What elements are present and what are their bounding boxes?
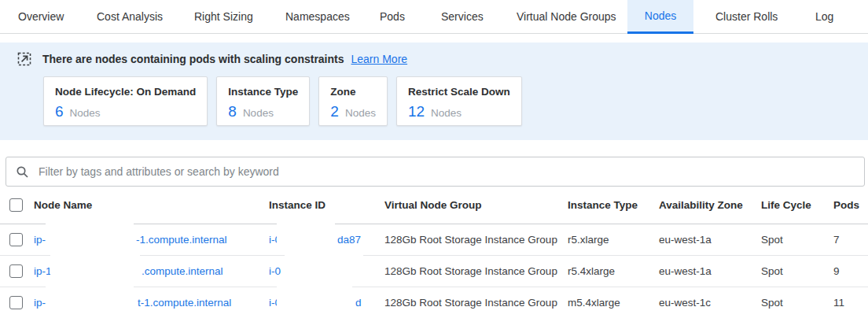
redaction-box [277, 284, 352, 311]
tab-namespaces[interactable]: Namespaces [285, 0, 350, 34]
card-unit: Nodes [70, 107, 101, 119]
virtual-node-group-cell: 128Gb Root Storage Instance Group [384, 256, 557, 287]
search-icon [16, 165, 29, 179]
instance-id-link[interactable]: i-0 [269, 256, 281, 287]
node-name-link[interactable]: .compute.internal [142, 256, 223, 287]
tab-cost-analysis[interactable]: Cost Analysis [97, 0, 163, 34]
life-cycle-cell: Spot [761, 256, 783, 287]
card-title: Instance Type [228, 86, 298, 98]
tab-virtual-node-groups[interactable]: Virtual Node Groups [517, 0, 616, 34]
select-all-checkbox[interactable] [9, 198, 23, 212]
scale-constraint-icon [17, 52, 31, 66]
tab-pods[interactable]: Pods [380, 0, 405, 34]
redaction-box [46, 284, 134, 311]
tab-nodes[interactable]: Nodes [627, 0, 693, 34]
node-name-link[interactable]: ip-1 [34, 256, 52, 287]
tab-log[interactable]: Log [815, 0, 833, 34]
card-instance-type[interactable]: Instance Type 8 Nodes [216, 76, 310, 126]
col-virtual-node-group[interactable]: Virtual Node Group [384, 187, 482, 224]
col-node-name[interactable]: Node Name [34, 187, 92, 224]
scaling-constraints-banner: There are nodes containing pods with sca… [0, 43, 868, 140]
life-cycle-cell: Spot [761, 287, 783, 318]
learn-more-link[interactable]: Learn More [351, 53, 408, 65]
instance-type-cell: r5.xlarge [568, 224, 609, 256]
card-unit: Nodes [243, 107, 274, 119]
row-checkbox[interactable] [9, 233, 23, 246]
availability-zone-cell: eu-west-1a [659, 256, 712, 287]
card-unit: Nodes [431, 107, 462, 119]
tab-overview[interactable]: Overview [18, 0, 64, 34]
pods-cell: 11 [833, 287, 844, 318]
col-life-cycle[interactable]: Life Cycle [761, 187, 811, 224]
virtual-node-group-cell: 128Gb Root Storage Instance Group [384, 224, 557, 256]
row-checkbox[interactable] [9, 296, 23, 309]
col-instance-type[interactable]: Instance Type [568, 187, 638, 224]
card-title: Restrict Scale Down [408, 86, 510, 98]
col-pods[interactable]: Pods [833, 187, 859, 224]
card-zone[interactable]: Zone 2 Nodes [318, 76, 388, 126]
tab-bar: Overview Cost Analysis Right Sizing Name… [0, 0, 868, 34]
filter-input[interactable] [37, 165, 855, 179]
life-cycle-cell: Spot [761, 224, 783, 256]
card-count: 8 [228, 103, 237, 120]
filter-bar [6, 157, 865, 187]
table-header: Node Name Instance ID Virtual Node Group… [0, 187, 868, 224]
card-restrict-scale-down[interactable]: Restrict Scale Down 12 Nodes [396, 76, 522, 126]
table-row: ip- -1.compute.internal i-0 da87 128Gb R… [0, 224, 868, 256]
card-node-lifecycle[interactable]: Node Lifecycle: On Demand 6 Nodes [43, 76, 208, 126]
card-count: 6 [55, 103, 64, 120]
constraint-cards: Node Lifecycle: On Demand 6 Nodes Instan… [43, 76, 522, 126]
instance-id-link[interactable]: da87 [337, 224, 361, 256]
card-title: Node Lifecycle: On Demand [55, 86, 196, 98]
row-checkbox[interactable] [9, 264, 23, 278]
tab-services[interactable]: Services [441, 0, 484, 34]
col-instance-id[interactable]: Instance ID [269, 187, 326, 224]
node-name-link[interactable]: ip- [34, 224, 46, 256]
pods-cell: 9 [833, 256, 840, 287]
redaction-box [50, 253, 140, 279]
banner-header: There are nodes containing pods with sca… [17, 52, 407, 66]
node-name-link[interactable]: t-1.compute.internal [138, 287, 231, 318]
card-count: 12 [408, 103, 425, 120]
instance-type-cell: m5.4xlarge [568, 287, 620, 318]
card-unit: Nodes [345, 107, 376, 119]
availability-zone-cell: eu-west-1a [659, 224, 712, 256]
instance-id-link[interactable]: d [355, 287, 362, 318]
node-name-link[interactable]: ip- [34, 287, 46, 318]
redaction-box [277, 221, 335, 248]
availability-zone-cell: eu-west-1c [659, 287, 711, 318]
table-row: ip- t-1.compute.internal i-0 d 128Gb Roo… [0, 287, 868, 318]
instance-type-cell: r5.4xlarge [568, 256, 615, 287]
tab-right-sizing[interactable]: Right Sizing [194, 0, 253, 34]
node-name-link[interactable]: -1.compute.internal [136, 224, 227, 256]
banner-message: There are nodes containing pods with sca… [42, 53, 344, 65]
card-count: 2 [330, 103, 339, 120]
table-row: ip-1 .compute.internal i-0 128Gb Root St… [0, 255, 868, 287]
card-title: Zone [330, 86, 376, 98]
virtual-node-group-cell: 128Gb Root Storage Instance Group [384, 287, 557, 318]
redaction-box [285, 253, 363, 279]
pods-cell: 7 [833, 224, 840, 256]
col-availability-zone[interactable]: Availability Zone [659, 187, 743, 224]
tab-cluster-rolls[interactable]: Cluster Rolls [715, 0, 778, 34]
redaction-box [46, 221, 134, 248]
